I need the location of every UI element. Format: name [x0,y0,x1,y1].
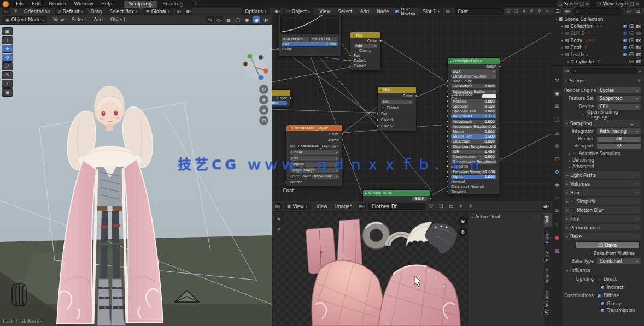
contrib-transmission-checkbox[interactable]: ✓ [600,308,605,312]
outliner-row-cylinder[interactable]: ▸▽Cylinder▽ [552,58,644,65]
principled-row-clearcoat-roughness[interactable]: Clearcoat Roughness0.030 [448,144,500,149]
feature-set-dropdown[interactable]: Supported▾ [597,96,641,102]
value-slider[interactable]: Clearcoat0.000 [451,139,496,144]
properties-tab-tool[interactable]: ⚒ [553,76,561,84]
input-socket[interactable] [446,110,449,112]
image-draw-tool-icon[interactable]: ✎ [275,215,283,223]
image-name-field[interactable]: Clothes_Df [368,203,425,210]
expand-arrow[interactable]: ▸ [560,38,565,42]
section-simplify[interactable]: ▸Simplify⋯ [564,198,641,205]
tool-cursor-button[interactable]: ⊹ [2,36,13,44]
hide-eye-icon[interactable] [629,52,634,56]
eyedropper-icon[interactable]: ✐ [529,8,534,15]
unlink-image-icon[interactable]: ✕ [457,203,465,210]
image-datablock-field[interactable]: CoatMask01_Layer [296,144,329,149]
viewport-menu-select[interactable]: Select [68,16,90,23]
hide-eye-icon[interactable] [629,60,634,63]
menu-edit[interactable]: Edit [28,0,45,8]
section-performance[interactable]: ▸Performance⋯ [564,224,641,231]
tool-select-box-button[interactable]: ▣ [2,27,13,35]
new-view-layer-icon[interactable]: ❏ [630,2,634,7]
fake-user-icon[interactable]: ⛉ [506,8,511,15]
bake-button[interactable]: 🗔Bake [575,241,640,248]
gizmo-dropdown-icon[interactable]: ⌖▾ [206,16,214,23]
image-browse-icon[interactable]: ▤▾ [290,144,295,149]
browse-material-icon[interactable]: ◍▾ [445,8,452,15]
image-extra-icons[interactable]: ❏▣✕ [330,144,339,148]
shading-solid-icon[interactable]: ● [243,16,251,23]
bake-multires-checkbox[interactable] [587,251,592,256]
options-dropdown[interactable]: Options▾ [242,8,270,15]
principled-row-alpha[interactable]: Alpha1.000 [448,174,500,179]
sidebar-tab-tool[interactable]: Tool [544,213,552,227]
subpanel-adaptive-sampling[interactable]: ▸Adaptive Sampling [564,150,641,157]
unlink-scene-icon[interactable]: ✕ [586,2,589,7]
mix-add-color-output[interactable]: Color [350,38,380,43]
value-slider[interactable]: Anisotropic Rotation0.000 [451,125,496,129]
mix-mix-color1-input[interactable]: Color1 [378,117,416,123]
sidebar-tab-view[interactable]: View [544,248,552,264]
outliner-filter-icon[interactable]: ▽▾ [625,8,633,15]
overlays-icon[interactable]: ◎▾ [215,16,223,23]
snap-magnet-icon[interactable]: ∪▾ [175,8,183,15]
active-tool-panel-header[interactable]: ▾Active Tool ⋮⋮ [468,212,544,222]
principled-row-subsurface-color[interactable]: Subsurface Color [448,94,500,99]
new-collection-icon[interactable]: ⊞ [634,8,642,15]
mix-add-blend-dropdown[interactable]: Add▾ [354,44,377,48]
value-slider[interactable]: Specular0.500 [451,104,496,109]
input-socket[interactable] [446,140,449,143]
principled-row-metallic[interactable]: Metallic0.000 [448,99,500,104]
bake-type-dropdown[interactable]: Combined▾ [597,258,641,264]
hide-eye-icon[interactable] [629,31,634,35]
principled-row-anisotropic-rotation[interactable]: Anisotropic Rotation0.000 [448,124,500,129]
workspace-tab-shading[interactable]: Shading [158,1,188,8]
input-socket[interactable] [446,180,449,183]
new-material-icon[interactable]: ❏ [513,8,519,15]
glossy-bsdf-node[interactable]: ▸Glossy BSDF BSDF [362,189,431,201]
view-layer-selector[interactable]: ❍ View Layer ❏ ✕ [594,1,642,7]
render-samples-field[interactable]: 48 [597,137,641,142]
props-display-icon[interactable]: ⌸▾ [564,68,569,74]
viewport-pan-hand-icon[interactable]: ✥ [259,95,268,104]
mix-add-clamp-checkbox[interactable] [354,49,358,52]
properties-tab-world[interactable]: ◍ [553,142,561,149]
dropdown-field[interactable]: Christensen-Burley▾ [451,74,496,79]
principled-row-bsdf[interactable]: BSDF [448,64,500,69]
section-options-icon[interactable]: ⋯ [635,182,639,186]
hide-eye-icon[interactable] [629,24,634,28]
subpanel-advanced[interactable]: ▸Advanced [564,163,641,170]
image-editor-type-icon[interactable]: ▨▾ [274,203,282,210]
value-slider[interactable]: Anisotropic0.000 [451,120,496,124]
shader-type-dropdown[interactable]: ▢Object▾ [283,8,313,15]
image-pan-hand-icon[interactable]: ✥ [458,227,467,236]
glossy-bsdf-output[interactable]: BSDF [363,196,430,201]
color-swatch[interactable] [482,94,496,98]
section-options-icon[interactable]: ⋯ [635,199,639,204]
props-search-input[interactable]: ⌕ [571,68,637,74]
input-socket[interactable] [446,100,449,103]
shading-wireframe-icon[interactable]: ◯ [234,16,242,23]
node-menu-add[interactable]: Add [356,8,373,15]
lighting-direct-checkbox[interactable] [597,277,601,282]
edge-node-fac-slider[interactable]: 1.000 [272,101,287,105]
editor-type-icon[interactable]: ◉▾ [274,8,280,15]
input-socket[interactable] [446,105,449,108]
orientation-dropdown[interactable]: ⟒Default▾ [55,8,86,15]
section-motion-blur[interactable]: ▸Motion Blur⋯ [564,206,641,214]
curve-y-field[interactable]: Y 0.21319 [311,37,338,42]
workspace-tab-[interactable]: + [189,1,203,8]
properties-tab-output[interactable]: 🖶 [553,103,561,110]
viewport-menu-add[interactable]: Add [90,16,107,23]
render-engine-dropdown[interactable]: Cycles▾ [597,87,641,93]
input-socket[interactable] [446,120,449,123]
sampling-section-header[interactable]: ▾Sampling☰ ⋯ [564,120,641,127]
outliner-row-slm-b[interactable]: ▸▤SLM.B▽✓ [552,29,644,37]
properties-tab-texture[interactable]: ▦ [553,247,561,254]
rgb-curves-node[interactable]: X -0.09500 Y 0.21319 Fac1.000 Color [278,15,342,57]
section-light-paths[interactable]: ▸Light Paths☰ ⋯ [564,171,641,179]
mix-mix-blend-dropdown[interactable]: Mix▾ [381,100,413,104]
properties-tab-view-layer[interactable]: ❏ [553,116,561,123]
principled-row-sheen-tint[interactable]: Sheen Tint0.500 [448,134,500,139]
unlink-material-icon[interactable]: ✕ [521,8,526,15]
transform-pivot-dropdown[interactable]: ⇄Global▾ [143,8,173,15]
